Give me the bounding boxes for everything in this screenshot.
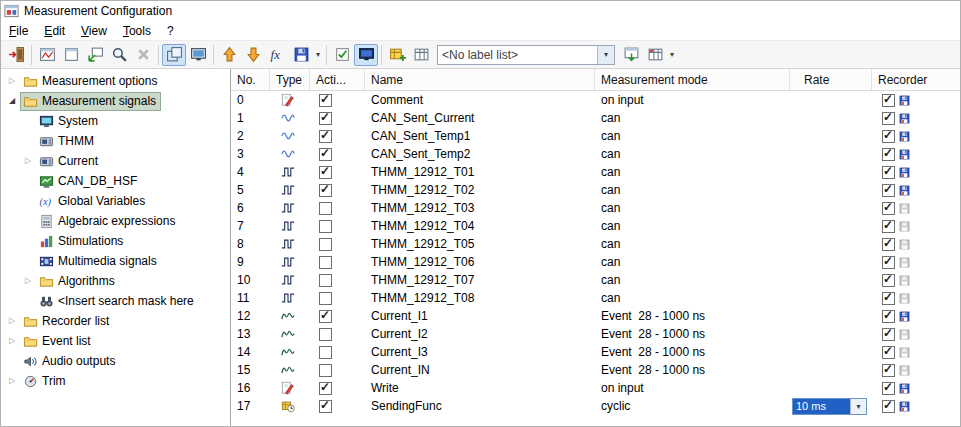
active-checkbox[interactable] (319, 184, 332, 197)
active-checkbox[interactable] (319, 274, 332, 287)
recorder-checkbox[interactable] (882, 328, 895, 341)
menu-item[interactable]: ? (159, 22, 182, 40)
menu-view[interactable]: View (73, 22, 115, 40)
active-checkbox[interactable] (319, 256, 332, 269)
checkbox-button[interactable] (330, 44, 354, 66)
active-checkbox[interactable] (319, 310, 332, 323)
label-list-combobox[interactable]: <No label list>▾ (437, 45, 615, 65)
tree-item-algebraic-expressions[interactable]: Algebraic expressions (1, 211, 230, 231)
tree-item-trim[interactable]: ▷Trim (1, 371, 230, 391)
tree-item-insert-search-mask-here[interactable]: <Insert search mask here (1, 291, 230, 311)
table-row[interactable]: 4THMM_12912_T01can (231, 163, 960, 181)
table-row[interactable]: 0Commenton input (231, 91, 960, 109)
column-header-active[interactable]: Acti... (310, 69, 365, 90)
recorder-checkbox[interactable] (882, 256, 895, 269)
delete-button[interactable] (131, 44, 155, 66)
active-checkbox[interactable] (319, 94, 332, 107)
active-checkbox[interactable] (319, 328, 332, 341)
active-checkbox[interactable] (319, 382, 332, 395)
monitor-button[interactable] (354, 44, 378, 66)
table-row[interactable]: 13Current_I2Event 28 - 1000 ns (231, 325, 960, 343)
tree-item-audio-outputs[interactable]: Audio outputs (1, 351, 230, 371)
column-header-name[interactable]: Name (365, 69, 595, 90)
move-up-button[interactable] (217, 44, 241, 66)
recorder-checkbox[interactable] (882, 148, 895, 161)
tree-item-algorithms[interactable]: ▷Algorithms (1, 271, 230, 291)
table-row[interactable]: 7THMM_12912_T04can (231, 217, 960, 235)
recorder-checkbox[interactable] (882, 400, 895, 413)
open-window-button[interactable] (83, 44, 107, 66)
tree-item-stimulations[interactable]: Stimulations (1, 231, 230, 251)
tree-item-can-db-hsf[interactable]: CAN_DB_HSF (1, 171, 230, 191)
recorder-checkbox[interactable] (882, 112, 895, 125)
display-capture-button[interactable] (186, 44, 210, 66)
active-checkbox[interactable] (319, 112, 332, 125)
expand-arrow-icon[interactable]: ▷ (20, 151, 36, 171)
table-row[interactable]: 8THMM_12912_T05can (231, 235, 960, 253)
column-header-recorder[interactable]: Recorder (872, 69, 960, 90)
active-checkbox[interactable] (319, 148, 332, 161)
chevron-down-icon[interactable]: ▾ (597, 46, 614, 64)
table-row[interactable]: 11THMM_12912_T08can (231, 289, 960, 307)
tree-item-current[interactable]: ▷Current (1, 151, 230, 171)
signal-window-button[interactable] (35, 44, 59, 66)
recorder-checkbox[interactable] (882, 166, 895, 179)
menu-tools[interactable]: Tools (115, 22, 159, 40)
formula-button[interactable]: fx (265, 44, 289, 66)
table-row[interactable]: 12Current_I1Event 28 - 1000 ns (231, 307, 960, 325)
tree-item-thmm[interactable]: THMM (1, 131, 230, 151)
column-header-no[interactable]: No. (231, 69, 270, 90)
recorder-checkbox[interactable] (882, 184, 895, 197)
active-checkbox[interactable] (319, 238, 332, 251)
recorder-checkbox[interactable] (882, 238, 895, 251)
active-checkbox[interactable] (319, 166, 332, 179)
table-row[interactable]: 10THMM_12912_T07can (231, 271, 960, 289)
tree-item-recorder-list[interactable]: ▷Recorder list (1, 311, 230, 331)
dropdown-caret-icon[interactable]: ▾ (667, 50, 677, 59)
tree-item-global-variables[interactable]: (x)Global Variables (1, 191, 230, 211)
recorder-checkbox[interactable] (882, 382, 895, 395)
table-row[interactable]: 14Current_I3Event 28 - 1000 ns (231, 343, 960, 361)
active-checkbox[interactable] (319, 364, 332, 377)
recorder-checkbox[interactable] (882, 274, 895, 287)
chevron-down-icon[interactable]: ▼ (850, 399, 866, 414)
column-header-type[interactable]: Type (270, 69, 310, 90)
table-row[interactable]: 16Writeon input (231, 379, 960, 397)
tree-item-multimedia-signals[interactable]: Multimedia signals (1, 251, 230, 271)
expand-arrow-icon[interactable]: ▷ (20, 271, 36, 291)
window-arrow-button[interactable] (619, 44, 643, 66)
rate-combobox[interactable]: 10 ms▼ (792, 398, 867, 415)
recorder-checkbox[interactable] (882, 220, 895, 233)
expand-arrow-icon[interactable]: ▷ (4, 311, 20, 331)
dropdown-caret-icon[interactable]: ▾ (313, 50, 323, 59)
column-header-rate[interactable]: Rate (790, 69, 872, 90)
table-row[interactable]: 2CAN_Sent_Temp1can (231, 127, 960, 145)
column-header-mode[interactable]: Measurement mode (595, 69, 790, 90)
collapse-arrow-icon[interactable]: ◢ (4, 91, 20, 111)
recorder-checkbox[interactable] (882, 292, 895, 305)
active-checkbox[interactable] (319, 292, 332, 305)
active-checkbox[interactable] (319, 346, 332, 359)
active-checkbox[interactable] (319, 400, 332, 413)
table-row[interactable]: 17SendingFunccyclic10 ms▼ (231, 397, 960, 415)
active-checkbox[interactable] (319, 220, 332, 233)
add-table-button[interactable] (385, 44, 409, 66)
menu-edit[interactable]: Edit (36, 22, 73, 40)
copy-windows-button[interactable] (162, 44, 186, 66)
table-row[interactable]: 3CAN_Sent_Temp2can (231, 145, 960, 163)
table-button[interactable] (409, 44, 433, 66)
table-row[interactable]: 1CAN_Sent_Currentcan (231, 109, 960, 127)
table-row[interactable]: 6THMM_12912_T03can (231, 199, 960, 217)
recorder-checkbox[interactable] (882, 310, 895, 323)
recorder-checkbox[interactable] (882, 94, 895, 107)
tree-item-measurement-options[interactable]: ▷Measurement options (1, 71, 230, 91)
tree-item-system[interactable]: System (1, 111, 230, 131)
expand-arrow-icon[interactable]: ▷ (4, 371, 20, 391)
move-down-button[interactable] (241, 44, 265, 66)
recorder-checkbox[interactable] (882, 130, 895, 143)
menu-file[interactable]: File (1, 22, 36, 40)
search-button[interactable] (107, 44, 131, 66)
tree-item-event-list[interactable]: ▷Event list (1, 331, 230, 351)
exit-button[interactable] (4, 44, 28, 66)
active-checkbox[interactable] (319, 130, 332, 143)
